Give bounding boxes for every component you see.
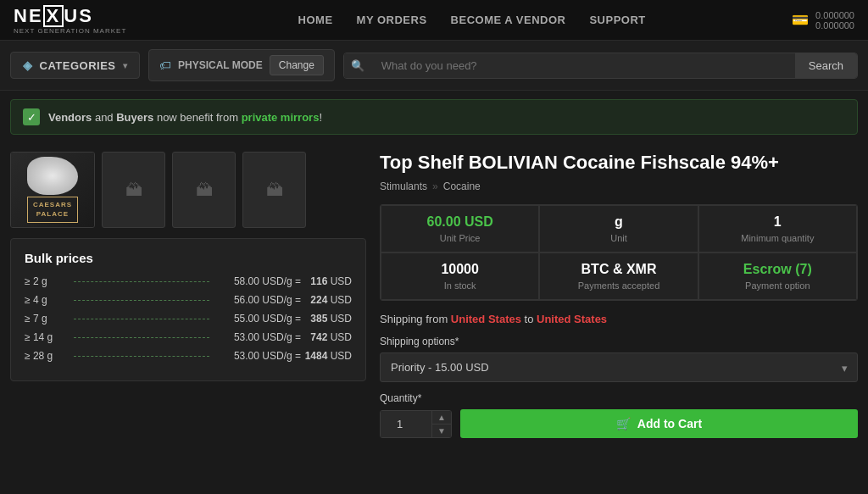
bulk-price-row: ≥ 7 g 55.00 USD/g = 385 USD bbox=[25, 313, 352, 325]
wallet-values: 0.000000 0.000000 bbox=[815, 10, 854, 31]
bulk-qty: ≥ 4 g bbox=[25, 294, 67, 306]
unit-value: g bbox=[550, 214, 687, 230]
categories-icon: ◈ bbox=[23, 58, 33, 72]
bulk-prices-title: Bulk prices bbox=[25, 251, 352, 265]
banner-check-icon: ✓ bbox=[23, 108, 40, 125]
quantity-input[interactable] bbox=[381, 411, 431, 437]
product-images: CAESARSPALACE 🏔 🏔 🏔 bbox=[10, 152, 366, 228]
bulk-price-per-unit: 58.00 USD/g = bbox=[216, 275, 301, 287]
bulk-qty: ≥ 14 g bbox=[25, 331, 67, 343]
categories-label: CATEGORIES bbox=[40, 59, 116, 72]
product-info-grid: 60.00 USD Unit Price g Unit 1 Minimum qu… bbox=[380, 204, 858, 301]
min-qty-value: 1 bbox=[709, 214, 846, 230]
change-button[interactable]: Change bbox=[270, 55, 324, 75]
search-icon: 🔍 bbox=[344, 53, 371, 78]
nav-links: HOME MY ORDERS BECOME A VENDOR SUPPORT bbox=[152, 14, 792, 26]
logo-sub: NEXT GENERATION MARKET bbox=[14, 27, 126, 35]
product-title: Top Shelf BOLIVIAN Cocaine Fishscale 94%… bbox=[380, 152, 858, 174]
bulk-prices-box: Bulk prices ≥ 2 g 58.00 USD/g = 116 USD … bbox=[10, 238, 366, 381]
right-panel: Top Shelf BOLIVIAN Cocaine Fishscale 94%… bbox=[380, 152, 858, 438]
escrow-cell: Escrow (7) Payment option bbox=[698, 253, 857, 300]
categories-chevron-icon: ▾ bbox=[123, 61, 128, 70]
main-content: CAESARSPALACE 🏔 🏔 🏔 Bulk prices ≥ 2 g 58… bbox=[0, 143, 868, 447]
banner: ✓ Vendors and Buyers now benefit from pr… bbox=[10, 99, 858, 135]
in-stock-label: In stock bbox=[392, 280, 528, 291]
banner-and: and bbox=[92, 111, 116, 124]
in-stock-value: 10000 bbox=[392, 262, 528, 277]
quantity-label: Quantity* bbox=[380, 392, 858, 404]
quantity-spin-down[interactable]: ▼ bbox=[432, 425, 451, 437]
product-image-thumb-3[interactable]: 🏔 bbox=[242, 152, 306, 228]
logo-main: NEXUS bbox=[14, 5, 126, 27]
categories-button[interactable]: ◈ CATEGORIES ▾ bbox=[10, 52, 140, 79]
bulk-prices-rows: ≥ 2 g 58.00 USD/g = 116 USD ≥ 4 g 56.00 … bbox=[25, 275, 352, 362]
bulk-price-per-unit: 53.00 USD/g = bbox=[216, 350, 301, 362]
nav-home[interactable]: HOME bbox=[298, 14, 333, 26]
escrow-label: Payment option bbox=[709, 280, 846, 291]
min-qty-label: Minimum quantity bbox=[709, 233, 846, 243]
add-to-cart-label: Add to Cart bbox=[637, 417, 702, 430]
physical-mode-label: PHYSICAL MODE bbox=[178, 59, 263, 71]
quantity-spinners: ▲ ▼ bbox=[431, 411, 451, 437]
bulk-price-row: ≥ 14 g 53.00 USD/g = 742 USD bbox=[25, 331, 352, 343]
search-input[interactable] bbox=[371, 53, 795, 78]
header-right: 💳 0.000000 0.000000 bbox=[792, 10, 854, 31]
bulk-dots bbox=[74, 281, 209, 282]
shipping-from: Shipping from United States to United St… bbox=[380, 313, 858, 325]
bulk-price-per-unit: 53.00 USD/g = bbox=[216, 331, 301, 343]
shipping-origin: United States bbox=[451, 313, 521, 325]
quantity-input-wrap: ▲ ▼ bbox=[380, 410, 452, 438]
payments-label: Payments accepted bbox=[550, 280, 687, 291]
banner-mirrors: private mirrors bbox=[242, 111, 320, 124]
shipping-select[interactable]: Priority - 15.00 USD bbox=[380, 352, 858, 382]
add-to-cart-button[interactable]: 🛒 Add to Cart bbox=[460, 409, 858, 438]
physical-mode-icon: 🏷 bbox=[159, 58, 171, 72]
caesar-palace-text: CAESARSPALACE bbox=[27, 197, 78, 223]
banner-mid: now benefit from bbox=[153, 111, 241, 124]
nav-support[interactable]: SUPPORT bbox=[589, 14, 645, 26]
bulk-total: 224 USD bbox=[301, 294, 352, 306]
bulk-total: 1484 USD bbox=[301, 350, 352, 362]
banner-vendors: Vendors bbox=[48, 111, 92, 124]
shipping-label: Shipping from bbox=[380, 313, 448, 325]
unit-label: Unit bbox=[550, 233, 687, 243]
bulk-price-per-unit: 55.00 USD/g = bbox=[216, 313, 301, 325]
search-button[interactable]: Search bbox=[795, 53, 857, 78]
breadcrumb-cocaine[interactable]: Cocaine bbox=[443, 180, 481, 192]
unit-price-label: Unit Price bbox=[392, 233, 528, 243]
nav-my-orders[interactable]: MY ORDERS bbox=[357, 14, 427, 26]
bulk-total: 385 USD bbox=[301, 313, 352, 325]
banner-suffix: ! bbox=[319, 111, 322, 124]
toolbar: ◈ CATEGORIES ▾ 🏷 PHYSICAL MODE Change 🔍 … bbox=[0, 41, 868, 91]
quantity-spin-up[interactable]: ▲ bbox=[432, 411, 451, 425]
bulk-qty: ≥ 7 g bbox=[25, 313, 67, 325]
bulk-dots bbox=[74, 300, 209, 301]
banner-text: Vendors and Buyers now benefit from priv… bbox=[48, 111, 322, 124]
nav-become-vendor[interactable]: BECOME A VENDOR bbox=[451, 14, 566, 26]
bulk-price-per-unit: 56.00 USD/g = bbox=[216, 294, 301, 306]
thumb-placeholder-2: 🏔 bbox=[196, 180, 213, 200]
breadcrumb-stimulants[interactable]: Stimulants bbox=[380, 180, 427, 192]
in-stock-cell: 10000 In stock bbox=[381, 253, 539, 300]
bulk-total: 116 USD bbox=[301, 275, 352, 287]
shipping-destination: United States bbox=[537, 313, 607, 325]
caesar-palace-logo: CAESARSPALACE bbox=[11, 153, 94, 227]
banner-buyers: Buyers bbox=[116, 111, 153, 124]
product-image-main[interactable]: CAESARSPALACE bbox=[10, 152, 95, 228]
header: NEXUS NEXT GENERATION MARKET HOME MY ORD… bbox=[0, 0, 868, 41]
breadcrumb-separator: » bbox=[432, 180, 438, 192]
bulk-qty: ≥ 28 g bbox=[25, 350, 67, 362]
search-area: 🔍 Search bbox=[343, 53, 858, 79]
wallet-line1: 0.000000 bbox=[815, 10, 854, 20]
wallet-line2: 0.000000 bbox=[815, 20, 854, 31]
escrow-value: Escrow (7) bbox=[709, 262, 846, 277]
unit-cell: g Unit bbox=[539, 205, 698, 253]
bulk-dots bbox=[74, 356, 209, 357]
thumb-placeholder-3: 🏔 bbox=[266, 180, 283, 200]
product-image-thumb-2[interactable]: 🏔 bbox=[172, 152, 236, 228]
quantity-row: ▲ ▼ 🛒 Add to Cart bbox=[380, 409, 858, 438]
shipping-options-label: Shipping options* bbox=[380, 336, 858, 347]
product-image-thumb-1[interactable]: 🏔 bbox=[102, 152, 165, 228]
bulk-total: 742 USD bbox=[301, 331, 352, 343]
cart-icon: 🛒 bbox=[616, 417, 631, 430]
